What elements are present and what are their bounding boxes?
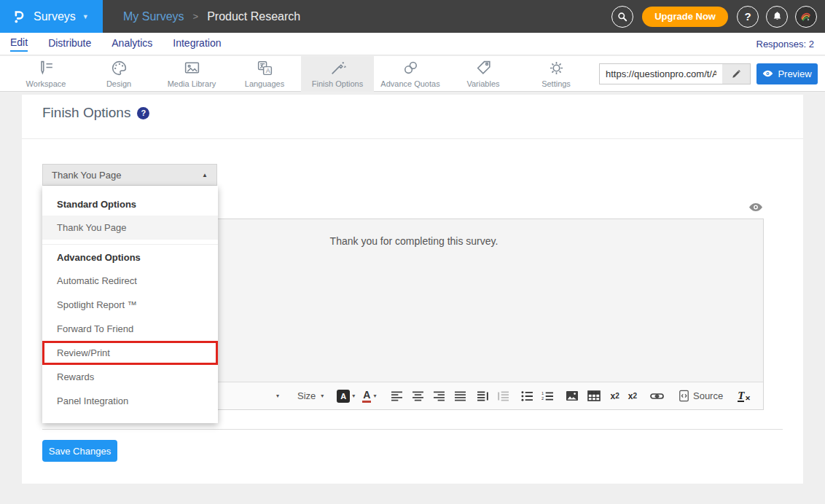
size-dropdown[interactable]: Size▾ [286,390,324,401]
numbered-list-button[interactable]: 12 [541,391,554,401]
search-icon [617,11,628,23]
ribbon-item-workspace[interactable]: Workspace [9,56,82,92]
chevron-down-icon: ▼ [82,13,89,20]
tab-distribute[interactable]: Distribute [48,37,91,51]
edit-url-button[interactable] [722,64,750,84]
dropdown-item-thank-you-page[interactable]: Thank You Page [42,216,218,240]
outdent-button[interactable] [497,391,509,401]
upgrade-now-button[interactable]: Upgrade Now [642,7,728,27]
breadcrumb-separator: > [193,11,199,22]
linked-rings-icon [402,59,420,77]
breadcrumb: My Surveys > Product Research [123,10,300,23]
justify-icon [454,391,466,401]
source-button[interactable]: Source [679,390,723,402]
palette-icon [110,59,128,77]
help-tooltip-icon[interactable]: ? [137,107,149,119]
subscript-button[interactable]: x2 [610,391,619,401]
breadcrumb-current-survey: Product Research [207,10,300,23]
tab-edit[interactable]: Edit [10,36,28,52]
ribbon-item-languages[interactable]: A Languages [228,56,301,92]
bell-icon [771,10,783,23]
background-color-button[interactable]: A▾ [337,390,355,403]
dropdown-group-standard-options: Standard Options [42,192,218,216]
align-right-icon [433,391,445,401]
dropdown-item-spotlight-report[interactable]: Spotlight Report ™ [42,293,218,317]
help-button[interactable]: ? [737,6,759,28]
ribbon-item-finish-options[interactable]: Finish Options [301,56,374,92]
translate-icon: A [256,59,274,77]
survey-url-input[interactable] [600,64,722,84]
ribbon-item-media-library[interactable]: Media Library [155,56,228,92]
dropdown-group-advanced-options: Advanced Options [42,245,218,269]
outdent-icon [497,391,509,401]
svg-text:A: A [265,67,270,74]
image-frame-icon [183,59,201,77]
indent-button[interactable] [477,391,489,401]
breadcrumb-my-surveys[interactable]: My Surveys [123,10,184,23]
link-icon [650,392,664,401]
insert-link-button[interactable] [650,392,664,401]
magic-wand-icon [329,59,347,77]
insert-image-icon [566,390,579,401]
insert-table-icon [587,390,601,401]
tab-analytics[interactable]: Analytics [112,37,152,51]
avatar[interactable] [795,6,817,28]
bg-color-icon: A [337,390,350,403]
svg-text:2: 2 [542,396,544,401]
workspace-icon [37,59,55,77]
ribbon-item-advance-quotas[interactable]: Advance Quotas [374,56,447,92]
dropdown-group-advanced: Advanced Options Automatic Redirect Spot… [42,244,218,413]
ribbon-item-settings[interactable]: Settings [520,56,593,92]
align-center-button[interactable] [412,391,424,401]
eye-icon [762,70,773,77]
divider [42,429,783,430]
save-changes-button[interactable]: Save Changes [42,440,117,462]
avatar-image [799,9,813,24]
app-name: Surveys [34,10,76,23]
page-title: Finish Options [42,105,130,121]
notifications-button[interactable] [766,6,788,28]
survey-url-field-wrap [599,63,751,84]
ribbon-item-variables[interactable]: Variables [447,56,520,92]
ribbon-item-design[interactable]: Design [82,56,155,92]
dropdown-item-forward-to-friend[interactable]: Forward To Friend [42,317,218,341]
dropdown-item-rewards[interactable]: Rewards [42,365,218,389]
remove-format-icon: T [738,390,744,402]
align-left-button[interactable] [391,391,403,401]
content-visibility-eye-icon[interactable] [748,202,763,215]
survey-nav-tabs: Edit Distribute Analytics Integration Re… [0,33,825,55]
align-center-icon [412,391,424,401]
bullet-list-icon [521,391,533,401]
selected-option-label: Thank You Page [52,170,121,181]
edit-ribbon: Workspace Design Media Library A Languag… [0,56,825,92]
source-icon [679,390,689,402]
preview-button[interactable]: Preview [756,63,818,84]
superscript-button[interactable]: x2 [628,391,637,401]
bullet-list-button[interactable] [521,391,533,401]
gear-icon [547,59,566,77]
text-color-button[interactable]: A▾ [362,390,376,403]
align-left-icon [391,391,403,401]
responses-count[interactable]: Responses: 2 [756,39,815,50]
product-switcher[interactable]: Surveys ▼ [0,0,103,33]
tab-integration[interactable]: Integration [173,37,221,51]
search-button[interactable] [611,6,633,28]
dropdown-item-review-print[interactable]: Review/Print [42,341,218,365]
question-mark-icon: ? [744,10,751,23]
align-right-button[interactable] [433,391,445,401]
triangle-up-icon: ▲ [202,172,208,178]
justify-button[interactable] [454,391,466,401]
questionpro-logo-icon [11,9,27,25]
insert-image-button[interactable] [566,390,579,401]
finish-option-dropdown: Standard Options Thank You Page Advanced… [42,186,218,423]
finish-option-select[interactable]: Thank You Page ▲ [42,164,217,186]
font-dropdown[interactable]: ▾ [274,393,279,399]
topbar: Surveys ▼ My Surveys > Product Research … [0,0,825,33]
dropdown-item-panel-integration[interactable]: Panel Integration [42,389,218,413]
pencil-icon [731,68,742,79]
numbered-list-icon: 12 [541,391,554,401]
remove-format-button[interactable]: T✕ [738,390,751,402]
topbar-actions: Upgrade Now ? [611,6,825,28]
dropdown-item-automatic-redirect[interactable]: Automatic Redirect [42,269,218,293]
insert-table-button[interactable] [587,390,601,401]
